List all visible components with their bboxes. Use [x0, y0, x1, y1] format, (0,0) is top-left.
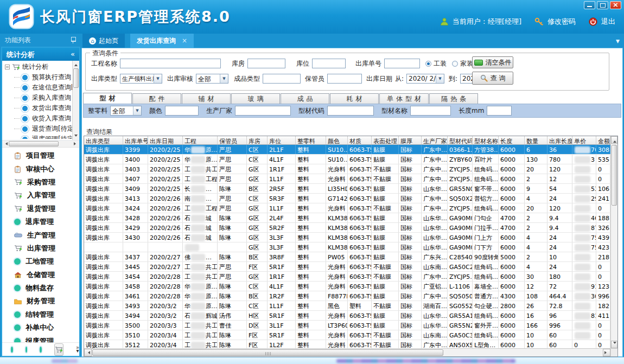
logout-link[interactable]: 退出 [601, 17, 615, 27]
tab-home[interactable]: ⌂ 起始页 [82, 34, 125, 48]
location-input[interactable] [312, 59, 346, 68]
tree-item[interactable]: 退库管理[待定] [2, 134, 73, 139]
sidebar-module[interactable]: 退货管理 [2, 202, 79, 215]
sidebar-module[interactable]: 财务管理 [2, 295, 79, 308]
scroll-down-icon[interactable] [74, 135, 78, 138]
column-header[interactable]: 库房 [247, 136, 268, 144]
grid-horizontal-scrollbar[interactable] [84, 348, 610, 356]
tab-close-icon[interactable]: × [182, 37, 187, 44]
color-input[interactable] [165, 106, 199, 116]
scrollbar-thumb[interactable] [9, 141, 59, 146]
sidebar-module[interactable]: 采购管理 [2, 176, 79, 189]
scroll-right-icon[interactable] [604, 351, 608, 354]
column-header[interactable]: 材质 [348, 136, 372, 144]
sidebar-module[interactable]: 报废管理 [2, 334, 79, 342]
column-header[interactable]: 库位 [268, 136, 296, 144]
product-type-input[interactable] [263, 74, 301, 84]
table-row[interactable]: 调拨出库34932020/3/2华原…陈琳C区1L1F整料黑色塑料不贴膜国标湖南… [84, 301, 610, 311]
sidebar-module[interactable]: 生产管理 [2, 228, 79, 241]
scroll-left-icon[interactable] [86, 351, 90, 354]
material-tab[interactable]: 配件 [132, 93, 181, 104]
tree-root[interactable]: 统计分析 [2, 62, 73, 72]
tree-item[interactable]: 采购入库查询 [2, 93, 73, 103]
scrollbar-thumb[interactable] [73, 68, 79, 88]
keeper-input[interactable] [327, 74, 362, 84]
column-header[interactable]: 数量 [525, 136, 547, 144]
sidebar-module[interactable]: 工地管理 [2, 255, 79, 268]
module-dot-icon[interactable] [26, 347, 28, 353]
close-button[interactable] [610, 1, 621, 9]
column-header[interactable]: 出库类型 [84, 136, 123, 144]
sidebar-module[interactable]: 出库管理 [2, 242, 79, 255]
search-button[interactable]: 查 询 [472, 72, 513, 85]
module-dot-icon[interactable] [11, 347, 13, 353]
column-header[interactable]: 单价 [572, 136, 596, 144]
column-header[interactable]: 膜厚 [399, 136, 422, 144]
table-row[interactable]: 调拨出库34072020/2/25工工程严思G区1L1F整料光身料6063-T5… [84, 174, 610, 184]
table-row[interactable]: 调拨出库34242020/2/26工工程严思G区1L1F整料光身料6063-T5… [84, 203, 610, 213]
scroll-down-icon[interactable] [613, 342, 616, 346]
outbound-type-select[interactable]: 生产领料出库 [120, 74, 162, 84]
column-header[interactable]: 型材名称 [473, 136, 499, 144]
column-header[interactable]: 出库单号 [123, 136, 148, 144]
tree-horizontal-scrollbar[interactable] [2, 141, 79, 148]
module-dot-icon[interactable] [40, 347, 42, 353]
tree-item[interactable]: 发货出库查询 [2, 103, 73, 113]
clear-conditions-button[interactable]: 清空条件 [472, 56, 513, 68]
tabstrip-chevron-down-icon[interactable]: ▼ [616, 39, 620, 44]
column-header[interactable]: 出库长度 [547, 136, 572, 144]
tab-shipping-outbound-query[interactable]: 发货出库查询 × [130, 34, 194, 48]
tree-vertical-scrollbar[interactable] [72, 61, 79, 140]
date-from-select[interactable]: 2020/ 2/16 [406, 74, 444, 84]
sidebar-module[interactable]: 入库管理 [2, 189, 79, 202]
order-no-input[interactable] [384, 59, 420, 68]
column-header[interactable]: 长度 [499, 136, 525, 144]
radio-home[interactable] [452, 61, 458, 67]
material-tab[interactable]: 成品 [281, 93, 329, 104]
table-row[interactable]: 调拨出库34282020/2/26石城陈琳G区2L4F整料KLM38176063… [84, 213, 610, 223]
column-header[interactable]: 颜色 [326, 136, 348, 144]
sidebar-module[interactable]: 仓储管理 [2, 269, 79, 282]
table-row[interactable]: 调拨出库34542020/2/28工共工程严思G区1R1F整料光身料6063-T… [84, 272, 610, 282]
scroll-left-icon[interactable] [4, 142, 8, 145]
table-row[interactable]: 调拨出库34582020/2/28华原…陈琳C区4L1F整料光身料6063-T5… [84, 282, 610, 291]
material-tab[interactable]: 隔热条 [429, 93, 478, 104]
scroll-up-icon[interactable] [613, 139, 616, 143]
table-row[interactable]: 调拨出库34092020/2/25长…陈琳B区2R5F整料LI35HD6063-… [84, 184, 610, 194]
table-row[interactable]: 调拨出库35102020/3/4工共工程陈琳F区5R1F整料光身料6063-T5… [84, 330, 610, 340]
material-tab[interactable]: 辅材 [182, 93, 231, 104]
sidebar-overflow-button[interactable]: »▾ [76, 346, 79, 353]
tree-item[interactable]: 预算执行查询 [2, 72, 73, 82]
material-tab[interactable]: 单体型材 [379, 93, 429, 104]
sidebar-module[interactable]: 补单中心 [2, 321, 79, 334]
column-header[interactable]: 出库日期 [148, 136, 183, 144]
table-row[interactable]: 调拨出库35002020/3/3工共工程曹佳D区3L1F整料LT3P606063… [84, 321, 610, 330]
minimize-button[interactable] [584, 1, 595, 9]
table-row[interactable]: 调拨出库34612020/2/28华原…陈琳B区1R2F整料F8877FT606… [84, 291, 610, 301]
scrollbar-thumb[interactable] [612, 145, 617, 206]
column-header[interactable]: 工程 [183, 136, 218, 144]
tree-item[interactable]: 收货入库查询 [2, 113, 73, 124]
material-tab[interactable]: 耗材 [330, 93, 379, 104]
material-tab[interactable]: 玻璃 [231, 93, 280, 104]
profile-code-input[interactable] [327, 106, 374, 116]
column-header[interactable]: 保管员 [218, 136, 247, 144]
column-header[interactable]: 表面处理 [372, 136, 399, 144]
column-header[interactable]: 生产厂家 [422, 136, 448, 144]
collapse-toggle-icon[interactable] [5, 65, 10, 69]
table-row[interactable]: 调拨出库34372020/2/27佛…陈琳B区3R8F整料PW056063-T5… [84, 252, 610, 262]
collapse-icon[interactable]: « [71, 50, 75, 58]
table-row[interactable]: 调拨出库34002020/2/25华原…严思C区4L1F整料SU10…6063-… [84, 155, 610, 164]
material-tab[interactable]: 型材 [83, 93, 132, 104]
sidebar-module[interactable]: 物料盘存 [2, 282, 79, 295]
project-name-input[interactable] [120, 59, 221, 68]
length-input[interactable] [487, 106, 512, 116]
sidebar-module[interactable]: 退库管理 [2, 215, 79, 228]
pin-icon[interactable] [71, 37, 76, 42]
sidebar-module[interactable]: 结转管理 [2, 308, 79, 321]
grid-vertical-scrollbar[interactable] [610, 136, 617, 348]
sidebar-module[interactable]: 审核中心 [2, 162, 79, 175]
scroll-right-icon[interactable] [74, 142, 78, 145]
table-row[interactable]: G区3L3F整料KLM38176063-T5贴膜国标山东华…GA90M09.门下… [84, 242, 610, 252]
column-header[interactable]: 整零料 [296, 136, 326, 144]
